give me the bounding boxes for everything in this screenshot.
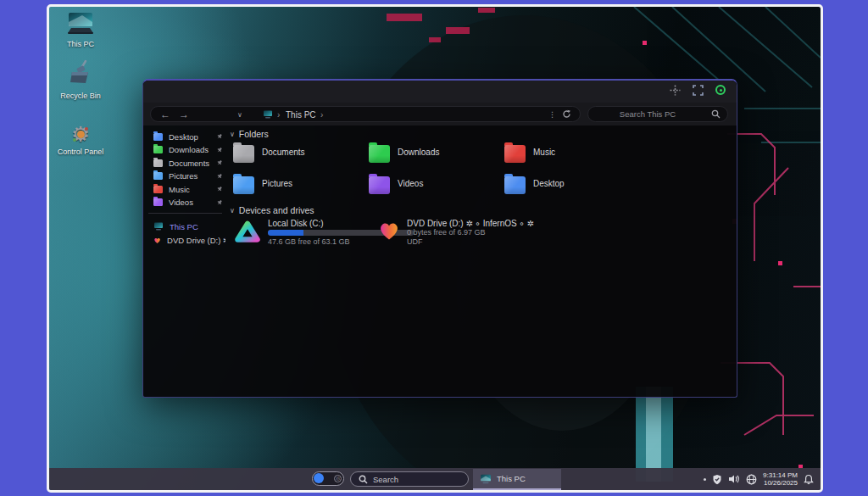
folder-icon (233, 176, 254, 194)
volume-icon[interactable] (728, 474, 740, 484)
drive-filesystem: UDF (407, 237, 534, 247)
folder-tile-documents[interactable]: Documents (233, 141, 369, 172)
sidebar-divider (148, 213, 222, 214)
sidebar-item-dvd-drive[interactable]: DVD Drive (D:) ✲ ∘ Ir (148, 234, 225, 246)
folder-tile-downloads[interactable]: Downloads (369, 141, 504, 172)
desktop-icon-recycle-bin[interactable]: Recycle Bin (56, 59, 105, 101)
folders-grid: Documents Downloads Music Pictures Video… (233, 141, 640, 203)
section-devices[interactable]: ∨ Devices and drives (230, 205, 314, 215)
sidebar-item-pictures[interactable]: Pictures (148, 170, 225, 182)
taskbar-clock[interactable]: 9:31:14 PM 10/26/2025 (763, 471, 798, 487)
breadcrumb-this-pc[interactable]: This PC (286, 108, 316, 122)
sidebar-item-documents[interactable]: Documents (148, 157, 225, 169)
folder-icon (153, 146, 163, 153)
disk-usage-fill (268, 230, 303, 236)
drive-name: DVD Drive (D:) ✲ ∘ InfernOS ∘ ✲ (407, 219, 534, 228)
close-button[interactable] (715, 84, 726, 96)
drive-tile-dvd[interactable]: DVD Drive (D:) ✲ ∘ InfernOS ∘ ✲ 0 bytes … (377, 219, 534, 247)
move-window-button[interactable] (669, 84, 681, 96)
notification-bell-icon[interactable] (804, 474, 814, 485)
drive-free-space: 0 bytes free of 6.97 GB (407, 228, 534, 237)
folder-icon (369, 176, 390, 194)
pin-icon (216, 186, 223, 192)
folder-icon (153, 198, 163, 206)
desktop-icon-this-pc[interactable]: This PC (56, 11, 105, 49)
network-icon[interactable] (746, 474, 757, 485)
toggle-knob: ◎ (334, 475, 342, 482)
search-box[interactable]: Search This PC (587, 106, 728, 122)
folder-icon (153, 133, 163, 141)
address-toolbar: ← → ∨ › This PC › ⋮ Search This PC (143, 103, 737, 125)
desktop-icon-label: This PC (56, 40, 105, 49)
clock-time: 9:31:14 PM (763, 471, 798, 479)
toggle-on-dot (314, 473, 324, 483)
taskbar: ◎ Search This PC (49, 468, 821, 490)
folder-icon (153, 186, 163, 193)
hidden-icons-indicator[interactable] (704, 478, 706, 481)
folder-icon (233, 145, 254, 163)
taskbar-search[interactable]: Search (350, 471, 469, 487)
folder-icon (504, 176, 526, 194)
heart-icon (377, 219, 401, 242)
move-icon (670, 85, 681, 96)
address-bar[interactable]: ← → ∨ › This PC › ⋮ (150, 106, 581, 122)
recycle-bin-icon (68, 59, 93, 86)
desktop-icon-control-panel[interactable]: ⚙ Control Panel (56, 122, 105, 157)
system-tray: 9:31:14 PM 10/26/2025 (704, 468, 814, 490)
local-disk-icon (233, 219, 262, 248)
pc-icon (153, 222, 164, 231)
window-titlebar[interactable] (143, 81, 737, 103)
refresh-icon[interactable] (562, 109, 571, 119)
security-icon[interactable] (712, 474, 722, 485)
file-explorer-window: ← → ∨ › This PC › ⋮ Search This PC (142, 79, 737, 398)
folder-icon (153, 172, 163, 180)
folder-icon (153, 159, 163, 167)
search-placeholder: Search This PC (588, 107, 707, 121)
heart-icon (153, 236, 161, 245)
clock-date: 10/26/2025 (763, 479, 798, 487)
sidebar-item-desktop[interactable]: Desktop (148, 131, 225, 142)
this-pc-icon (66, 11, 95, 35)
sidebar-item-this-pc[interactable]: This PC (148, 220, 225, 232)
control-panel-icon: ⚙ (68, 122, 93, 146)
desktop: This PC Recycle Bin ⚙ Control Panel (49, 7, 821, 490)
pin-icon (216, 159, 223, 166)
pin-icon (216, 173, 223, 180)
chevron-down-icon[interactable]: ∨ (237, 108, 242, 122)
taskbar-toggle[interactable]: ◎ (312, 471, 344, 486)
folder-tile-music[interactable]: Music (504, 141, 640, 172)
section-folders[interactable]: ∨ Folders (230, 129, 269, 139)
breadcrumb-chevron[interactable]: › (320, 108, 323, 122)
section-title: Devices and drives (239, 205, 314, 215)
back-icon[interactable]: ← (160, 108, 170, 122)
folder-tile-desktop[interactable]: Desktop (504, 172, 640, 203)
sidebar-item-music[interactable]: Music (148, 183, 225, 195)
navigation-pane: Desktop Downloads Documents Pictures Mus (143, 125, 227, 397)
desktop-icon-label: Control Panel (56, 148, 105, 157)
sidebar-item-videos[interactable]: Videos (148, 197, 225, 209)
chevron-down-icon: ∨ (230, 207, 235, 215)
taskbar-search-label: Search (373, 475, 398, 484)
folder-tile-pictures[interactable]: Pictures (233, 172, 369, 203)
pin-icon (216, 199, 223, 206)
desktop-icon-label: Recycle Bin (56, 92, 105, 101)
pin-icon (216, 133, 223, 140)
chevron-down-icon: ∨ (230, 131, 235, 138)
taskbar-app-this-pc[interactable]: This PC (473, 469, 561, 490)
folder-tile-videos[interactable]: Videos (369, 172, 504, 203)
folder-icon (504, 145, 526, 163)
pc-icon (263, 110, 273, 119)
taskbar-app-label: This PC (497, 474, 526, 483)
folder-icon (369, 145, 390, 163)
search-icon[interactable] (711, 109, 721, 119)
forward-icon[interactable]: → (179, 108, 189, 122)
content-pane: ∨ Folders Documents Downloads Music (228, 125, 735, 395)
close-icon (715, 85, 726, 95)
pin-icon (216, 147, 223, 153)
sidebar-item-downloads[interactable]: Downloads (148, 144, 225, 156)
search-icon (359, 475, 368, 484)
more-options-icon[interactable]: ⋮ (548, 108, 556, 122)
maximize-icon (693, 85, 704, 96)
maximize-button[interactable] (692, 84, 704, 96)
breadcrumb-chevron: › (277, 108, 280, 122)
